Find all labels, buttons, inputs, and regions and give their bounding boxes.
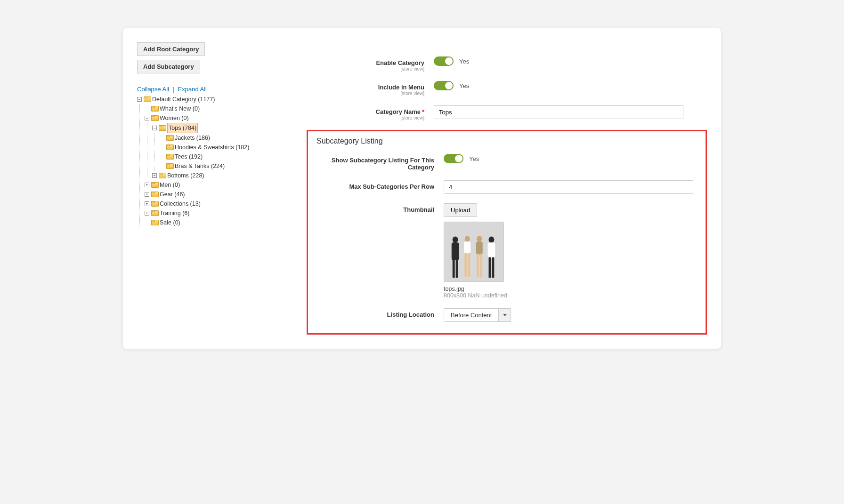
tree-label: Hoodies & Sweatshirts (182) [175, 143, 249, 152]
tree-node-women[interactable]: − Women (0) [145, 113, 307, 123]
field-thumbnail: Thumbnail Upload [316, 203, 697, 299]
category-form: Enable Category [store view] Yes Include… [307, 42, 707, 335]
tree-node-default-category[interactable]: − Default Category (1177) [137, 95, 307, 104]
subcategory-listing-section: Subcategory Listing Show Subcategory Lis… [307, 130, 707, 335]
tree-toggle-icon-plus[interactable]: + [145, 211, 149, 216]
tree-node-collections[interactable]: +Collections (13) [145, 199, 307, 208]
toggle-enable-category[interactable] [434, 56, 454, 66]
category-sidebar: Add Root Category Add Subcategory Collap… [137, 42, 307, 335]
folder-icon [151, 106, 158, 112]
tree-node-jackets[interactable]: Jackets (186) [160, 133, 307, 143]
svg-rect-8 [468, 253, 470, 277]
label-listing-location: Listing Location [316, 311, 434, 318]
tree-toggle-icon-plus[interactable]: + [152, 173, 157, 178]
scope-label: [store view] [307, 115, 424, 120]
tree-toggle-icon-plus[interactable]: + [145, 201, 149, 206]
tree-label: Bottoms (228) [167, 171, 204, 180]
folder-icon [166, 163, 173, 169]
collapse-all-link[interactable]: Collapse All [137, 86, 169, 93]
tree-node-gear[interactable]: +Gear (46) [145, 190, 307, 199]
thumbnail-preview: tops.jpg 800x800 NaN undefined [444, 222, 507, 299]
svg-rect-14 [488, 242, 495, 258]
tree-node-tops[interactable]: − Tops (784) [152, 123, 307, 133]
svg-rect-12 [480, 254, 482, 277]
listing-location-select[interactable]: Before Content [444, 308, 511, 322]
section-title-subcategory-listing: Subcategory Listing [316, 137, 697, 145]
tree-node-sale[interactable]: Sale (0) [145, 218, 307, 227]
folder-icon [151, 182, 158, 188]
scope-label: [store view] [307, 91, 424, 96]
toggle-include-in-menu[interactable] [434, 81, 454, 90]
folder-icon [166, 154, 173, 160]
admin-panel-card: Add Root Category Add Subcategory Collap… [123, 28, 721, 349]
label-enable-category: Enable Category [307, 59, 424, 66]
folder-icon [166, 135, 173, 141]
svg-point-1 [453, 237, 458, 243]
svg-rect-16 [492, 257, 494, 278]
tree-toggle-icon-plus[interactable]: + [145, 183, 149, 187]
tree-node-whats-new[interactable]: What's New (0) [145, 104, 307, 113]
tree-toggle-icon-minus[interactable]: − [137, 97, 142, 102]
tree-toggle-icon-minus[interactable]: − [152, 126, 157, 130]
tree-label: Collections (13) [160, 199, 201, 208]
tree-label: Men (0) [160, 180, 180, 190]
toggle-show-listing[interactable] [444, 154, 463, 163]
tree-node-tees[interactable]: Tees (192) [160, 152, 307, 161]
max-per-row-input[interactable] [444, 180, 693, 194]
field-show-listing: Show Subcategory Listing For This Catego… [316, 154, 697, 171]
toggle-text: Yes [459, 58, 469, 65]
field-enable-category: Enable Category [store view] Yes [307, 56, 707, 72]
folder-icon [151, 220, 158, 225]
add-subcategory-button[interactable]: Add Subcategory [137, 60, 200, 73]
svg-rect-4 [456, 259, 458, 278]
folder-icon [159, 125, 165, 131]
tree-label: Gear (46) [160, 190, 185, 199]
tree-label: Default Category (1177) [152, 95, 215, 104]
upload-button[interactable]: Upload [444, 203, 477, 217]
tree-label-selected: Tops (784) [167, 123, 198, 133]
tree-label: Tees (192) [175, 152, 203, 161]
scope-label: [store view] [307, 66, 424, 72]
svg-point-13 [489, 237, 495, 243]
tree-node-men[interactable]: +Men (0) [145, 180, 307, 190]
add-root-category-button[interactable]: Add Root Category [137, 42, 205, 56]
tree-node-training[interactable]: +Training (6) [145, 208, 307, 218]
folder-icon [166, 144, 173, 150]
thumbnail-image[interactable] [444, 222, 504, 282]
tree-label: Sale (0) [160, 218, 180, 227]
folder-icon [151, 192, 158, 197]
svg-rect-6 [464, 241, 471, 254]
folder-icon [159, 173, 165, 178]
tree-label: Jackets (186) [175, 133, 210, 143]
folder-icon [144, 96, 150, 102]
thumbnail-dimensions: 800x800 NaN undefined [444, 292, 507, 299]
svg-rect-2 [452, 242, 459, 260]
label-thumbnail: Thumbnail [316, 206, 434, 213]
tree-toggle-icon-plus[interactable]: + [145, 192, 149, 197]
field-category-name: Category Name* [store view] [307, 105, 707, 120]
tree-node-bras[interactable]: Bras & Tanks (224) [160, 161, 307, 171]
svg-rect-3 [453, 259, 455, 278]
toggle-text: Yes [459, 82, 469, 89]
tree-label: What's New (0) [160, 104, 200, 113]
tree-label: Women (0) [160, 113, 189, 123]
field-listing-location: Listing Location Before Content [316, 308, 697, 322]
folder-icon [151, 210, 158, 216]
expand-all-link[interactable]: Expand All [178, 86, 207, 93]
tree-toggle-icon-minus[interactable]: − [145, 116, 149, 120]
svg-point-9 [477, 236, 482, 242]
tree-controls: Collapse All | Expand All [137, 86, 307, 93]
category-name-input[interactable] [434, 105, 683, 119]
people-photo-icon [444, 222, 503, 281]
label-include-in-menu: Include in Menu [307, 84, 424, 91]
tree-label: Training (6) [160, 208, 189, 218]
tree-node-hoodies[interactable]: Hoodies & Sweatshirts (182) [160, 143, 307, 152]
label-category-name: Category Name* [307, 108, 424, 115]
tree-node-bottoms[interactable]: + Bottoms (228) [152, 171, 307, 180]
svg-rect-7 [464, 253, 467, 277]
toggle-text: Yes [469, 155, 479, 162]
field-max-per-row: Max Sub-Categories Per Row [316, 180, 697, 194]
thumbnail-filename: tops.jpg [444, 286, 507, 292]
select-value: Before Content [444, 309, 498, 321]
field-include-in-menu: Include in Menu [store view] Yes [307, 81, 707, 96]
